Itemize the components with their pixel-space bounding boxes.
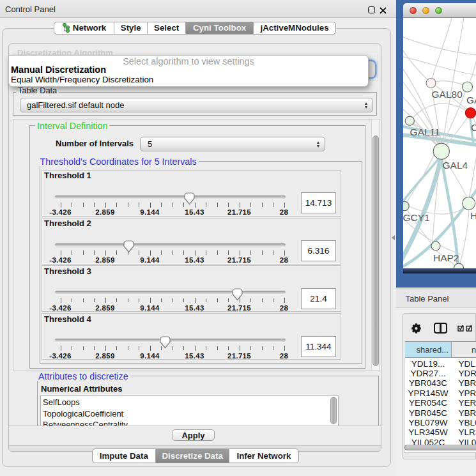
svg-text:GCY1: GCY1 <box>403 212 430 223</box>
svg-text:HAP2: HAP2 <box>433 252 459 263</box>
svg-text:GAL4: GAL4 <box>443 160 468 171</box>
svg-text:H: H <box>470 210 476 221</box>
svg-text:GAL11: GAL11 <box>410 127 440 137</box>
svg-text:GA: GA <box>466 95 476 105</box>
svg-text:C: C <box>471 122 476 133</box>
svg-text:GAL80: GAL80 <box>432 89 463 100</box>
